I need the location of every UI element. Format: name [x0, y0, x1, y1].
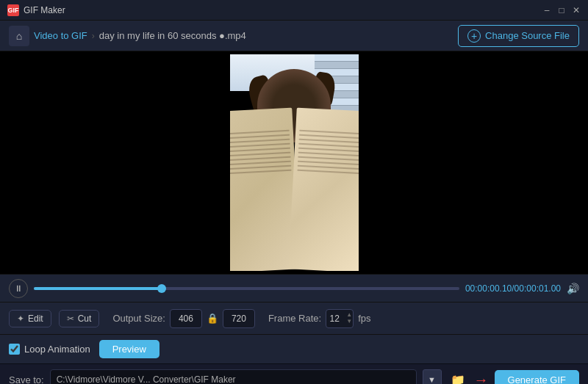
open-folder-button[interactable]: 📁 [448, 369, 468, 384]
fps-unit: fps [358, 313, 370, 324]
window-controls: – □ ✕ [542, 6, 581, 15]
maximize-button[interactable]: □ [557, 6, 566, 15]
pause-icon: ⏸ [14, 283, 23, 294]
folder-icon: 📁 [451, 373, 465, 385]
loop-checkbox[interactable] [9, 344, 20, 355]
frame-rate-group: Frame Rate: ▲ ▼ fps [268, 309, 371, 328]
tools-bar: ✦ Edit ✂ Cut Output Size: 🔒 Frame Rate: … [0, 302, 588, 334]
save-bar: Save to: C:\Vidmore\Vidmore V... Convert… [0, 363, 588, 384]
loop-bar: Loop Animation Preview [0, 334, 588, 363]
book-text [230, 130, 292, 178]
loop-animation-label[interactable]: Loop Animation [24, 344, 90, 355]
breadcrumb-sep: › [92, 31, 95, 41]
frame-rate-label: Frame Rate: [268, 313, 321, 324]
text-line [230, 170, 292, 175]
cut-icon: ✂ [67, 314, 74, 324]
book-right-page [288, 108, 359, 271]
breadcrumb-video-to-gif[interactable]: Video to GIF [34, 30, 87, 41]
edit-icon: ✦ [17, 314, 24, 324]
minimize-button[interactable]: – [542, 6, 551, 15]
title-bar: GIF GIF Maker – □ ✕ [0, 0, 588, 21]
volume-button[interactable]: 🔊 [567, 283, 579, 294]
cut-button[interactable]: ✂ Cut [59, 310, 100, 327]
height-input[interactable] [223, 309, 255, 328]
dropdown-icon: ▼ [428, 375, 436, 384]
close-button[interactable]: ✕ [572, 6, 581, 15]
save-to-label: Save to: [9, 374, 44, 385]
fps-arrows: ▲ ▼ [346, 312, 352, 325]
generate-gif-button[interactable]: Generate GIF [495, 370, 579, 385]
nav-bar: ⌂ Video to GIF › day in my life in 60 se… [0, 21, 588, 51]
seek-bar[interactable] [34, 287, 459, 290]
app-title: GIF Maker [24, 5, 65, 15]
seek-thumb [157, 284, 166, 293]
time-display: 00:00:00.10/00:00:01.00 [465, 283, 561, 294]
edit-label: Edit [28, 314, 43, 324]
breadcrumb-filename: day in my life in 60 seconds ●.mp4 [99, 30, 246, 41]
arrow-right-icon: → [474, 372, 489, 385]
output-size-label: Output Size: [112, 313, 165, 324]
seek-progress [34, 287, 162, 290]
book-text [297, 130, 359, 178]
width-input[interactable] [170, 309, 202, 328]
save-path-dropdown-button[interactable]: ▼ [423, 369, 442, 384]
edit-button[interactable]: ✦ Edit [9, 310, 51, 327]
fps-input-wrap: ▲ ▼ [326, 309, 354, 328]
app-icon: GIF [7, 4, 19, 16]
title-left: GIF GIF Maker [7, 4, 65, 16]
preview-button[interactable]: Preview [99, 340, 159, 358]
video-area [0, 51, 588, 274]
play-pause-button[interactable]: ⏸ [9, 279, 28, 298]
playback-controls-bar: ⏸ 00:00:00.10/00:00:01.00 🔊 [0, 274, 588, 302]
fps-down-arrow[interactable]: ▼ [346, 319, 352, 325]
nav-left: ⌂ Video to GIF › day in my life in 60 se… [9, 26, 246, 46]
change-source-label: Change Source File [485, 30, 570, 41]
cut-label: Cut [78, 314, 92, 324]
text-line [297, 170, 359, 175]
home-button[interactable]: ⌂ [9, 26, 29, 46]
lock-icon[interactable]: 🔒 [207, 313, 218, 324]
change-source-button[interactable]: + Change Source File [458, 25, 579, 47]
home-icon: ⌂ [16, 30, 22, 42]
loop-animation-group: Loop Animation [9, 344, 90, 355]
plus-icon: + [467, 29, 481, 43]
save-path-display: C:\Vidmore\Vidmore V... Converter\GIF Ma… [50, 369, 417, 384]
output-size-group: Output Size: 🔒 [112, 309, 255, 328]
video-frame [230, 54, 359, 271]
